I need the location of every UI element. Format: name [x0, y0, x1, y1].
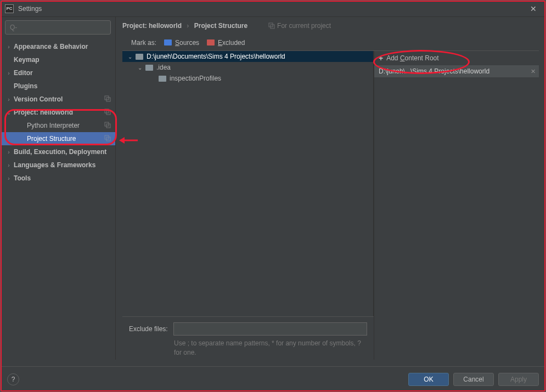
- tree-node-label: .idea: [156, 64, 171, 71]
- tree-node[interactable]: inspectionProfiles: [122, 73, 373, 84]
- chevron-icon: ›: [5, 96, 13, 103]
- nav-item-label: Project Structure: [27, 135, 104, 143]
- chevron-icon: ›: [5, 175, 13, 181]
- nav-item-languages-frameworks[interactable]: ›Languages & Frameworks: [1, 158, 115, 172]
- nav-item-python-interpreter[interactable]: Python Interpreter: [1, 119, 115, 132]
- nav-item-label: Languages & Frameworks: [14, 161, 111, 169]
- nav-item-version-control[interactable]: ›Version Control: [1, 93, 115, 106]
- nav-item-editor[interactable]: ›Editor: [1, 66, 115, 79]
- titlebar: PC Settings ✕: [1, 1, 545, 17]
- main-panel: Project: helloworld › Project Structure …: [116, 17, 545, 360]
- nav-item-keymap[interactable]: Keymap: [1, 53, 115, 66]
- exclude-files-hint: Use ; to separate name patterns, * for a…: [174, 339, 367, 357]
- tree-node-label: inspectionProfiles: [170, 75, 221, 82]
- exclude-files-label: Exclude files:: [129, 325, 168, 333]
- chevron-icon: ›: [5, 162, 13, 168]
- breadcrumb-page: Project Structure: [194, 22, 247, 30]
- nav-item-label: Appearance & Behavior: [14, 43, 111, 50]
- copy-icon: [104, 109, 111, 117]
- nav-item-tools[interactable]: ›Tools: [1, 172, 115, 185]
- mark-excluded-button[interactable]: Excluded: [207, 39, 245, 47]
- help-button[interactable]: ?: [7, 373, 19, 385]
- folder-icon: [145, 65, 153, 71]
- mark-sources-button[interactable]: Sources: [164, 39, 199, 47]
- sidebar: ›Appearance & BehaviorKeymap›EditorPlugi…: [1, 17, 116, 360]
- ok-button[interactable]: OK: [408, 373, 449, 386]
- nav-item-project-helloworld[interactable]: ⌄Project: helloworld: [1, 106, 115, 119]
- breadcrumb-row: Project: helloworld › Project Structure …: [116, 17, 545, 35]
- chevron-icon: ⌄: [138, 65, 144, 71]
- copy-icon: [104, 95, 111, 104]
- folder-icon: [136, 54, 143, 60]
- nav-item-label: Plugins: [14, 82, 111, 90]
- breadcrumb-project: Project: helloworld: [122, 22, 182, 30]
- remove-root-button[interactable]: ✕: [531, 68, 536, 75]
- window-close-button[interactable]: ✕: [526, 2, 541, 15]
- plus-icon: +: [379, 54, 383, 63]
- tree-node-label: D:\juneh\Documents\Sims 4 Projects\hello…: [147, 53, 285, 60]
- tree-node[interactable]: ⌄D:\juneh\Documents\Sims 4 Projects\hell…: [122, 51, 373, 62]
- nav-item-appearance-behavior[interactable]: ›Appearance & Behavior: [1, 40, 115, 53]
- settings-window: PC Settings ✕ ›Appearance & BehaviorKeym…: [0, 0, 546, 392]
- copy-icon: [104, 135, 111, 143]
- nav-item-label: Project: helloworld: [14, 109, 104, 116]
- settings-search-input[interactable]: [5, 20, 111, 35]
- nav-item-label: Tools: [14, 174, 111, 182]
- nav-item-label: Python Interpreter: [27, 122, 104, 129]
- chevron-icon: ›: [5, 149, 13, 155]
- excluded-folder-icon: [207, 39, 215, 46]
- folder-tree-panel: ⌄D:\juneh\Documents\Sims 4 Projects\hell…: [122, 51, 374, 360]
- content-root-list: D:\juneh\...\Sims 4 Projects\helloworld✕: [374, 65, 539, 360]
- body: ›Appearance & BehaviorKeymap›EditorPlugi…: [1, 17, 545, 360]
- nav-item-plugins[interactable]: Plugins: [1, 79, 115, 93]
- nav-item-label: Version Control: [14, 95, 104, 103]
- nav-item-label: Build, Execution, Deployment: [14, 148, 111, 156]
- cancel-button[interactable]: Cancel: [453, 373, 494, 386]
- panels: ⌄D:\juneh\Documents\Sims 4 Projects\hell…: [122, 51, 539, 360]
- breadcrumb: Project: helloworld › Project Structure: [122, 22, 247, 30]
- exclude-files-input[interactable]: [173, 322, 367, 336]
- content-root-item[interactable]: D:\juneh\...\Sims 4 Projects\helloworld✕: [374, 65, 539, 77]
- chevron-icon: ›: [5, 70, 13, 76]
- copy-icon: [104, 122, 111, 130]
- apply-button[interactable]: Apply: [498, 373, 539, 386]
- nav-item-project-structure[interactable]: Project Structure: [1, 132, 115, 145]
- dialog-footer: ? OK Cancel Apply: [1, 366, 545, 391]
- content-root-path: D:\juneh\...\Sims 4 Projects\helloworld: [379, 67, 489, 75]
- breadcrumb-sep: ›: [187, 22, 189, 30]
- add-content-root-button[interactable]: + Add Content Root: [374, 51, 539, 65]
- exclude-files-section: Exclude files: Use ; to separate name pa…: [122, 316, 374, 360]
- nav-item-build-execution-deployment[interactable]: ›Build, Execution, Deployment: [1, 145, 115, 158]
- nav-item-label: Keymap: [14, 56, 111, 64]
- content-roots-panel: + Add Content Root D:\juneh\...\Sims 4 P…: [374, 51, 539, 360]
- chevron-icon: ⌄: [128, 54, 134, 60]
- settings-nav-tree: ›Appearance & BehaviorKeymap›EditorPlugi…: [1, 38, 115, 360]
- nav-item-label: Editor: [14, 69, 111, 77]
- window-title: Settings: [18, 5, 526, 13]
- tree-node[interactable]: ⌄.idea: [122, 62, 373, 73]
- sources-folder-icon: [164, 39, 172, 46]
- folder-icon: [159, 76, 166, 82]
- pycharm-icon: PC: [5, 4, 14, 13]
- main-content: Mark as: Sources Excluded ⌄D:\juneh\Docu…: [116, 35, 545, 360]
- chevron-icon: ⌄: [5, 110, 13, 116]
- mark-as-label: Mark as:: [131, 39, 156, 47]
- folder-tree[interactable]: ⌄D:\juneh\Documents\Sims 4 Projects\hell…: [122, 51, 374, 316]
- for-current-project-label: For current project: [268, 22, 331, 30]
- mark-as-row: Mark as: Sources Excluded: [122, 35, 539, 51]
- chevron-icon: ›: [5, 44, 13, 50]
- copy-icon: [268, 22, 275, 29]
